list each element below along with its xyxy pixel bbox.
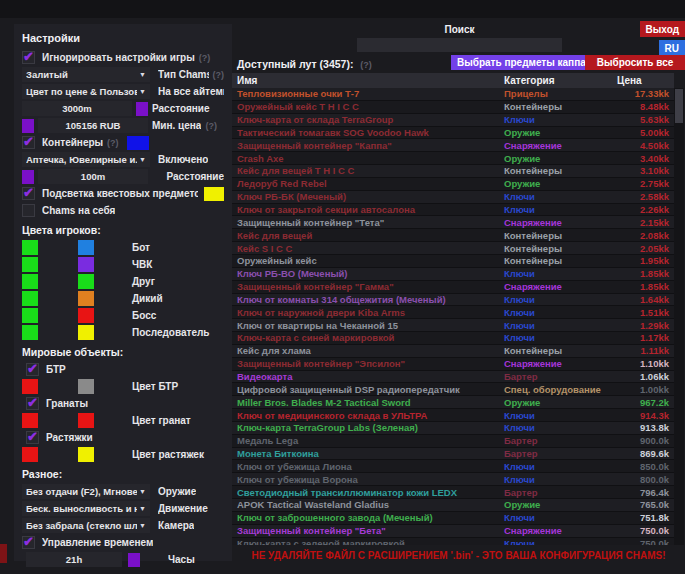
table-row[interactable]: Защищенный контейнер "Бета"Снаряжение750… xyxy=(232,525,674,538)
player-color-swatch-1[interactable] xyxy=(22,274,38,289)
player-color-swatch-1[interactable] xyxy=(22,257,38,272)
item-category: Ключи xyxy=(499,204,612,215)
player-color-swatch-1[interactable] xyxy=(22,240,38,255)
table-row[interactable]: Ключ-карта с зеленой маркировкойКлючи750… xyxy=(232,538,674,545)
table-row[interactable]: Ключ от убежища ВоронаКлючи800.0k xyxy=(232,473,674,486)
table-row[interactable]: Кейс для хламаКонтейнеры1.11kk xyxy=(232,345,674,358)
table-row[interactable]: APOK Tactical Wasteland GladiusОружие765… xyxy=(232,499,674,512)
player-color-swatch-2[interactable] xyxy=(78,240,94,255)
select-kappa-items-button[interactable]: Выбрать предметы каппа xyxy=(451,55,592,70)
chams-type-dropdown[interactable]: Залитый ▼ xyxy=(22,67,150,82)
item-category: Ключи xyxy=(499,114,612,125)
player-color-swatch-1[interactable] xyxy=(22,291,38,306)
btr-checkbox[interactable] xyxy=(26,363,39,376)
table-row[interactable]: Кейс для вещейКонтейнеры2.08kk xyxy=(232,229,674,242)
quest-highlight-color-swatch[interactable] xyxy=(204,187,224,201)
help-icon[interactable]: (?) xyxy=(205,121,217,131)
tripwires-checkbox[interactable] xyxy=(26,431,39,444)
table-row[interactable]: Оружейный кейсКонтейнеры1.95kk xyxy=(232,255,674,268)
item-category: Снаряжение xyxy=(499,140,612,151)
table-row[interactable]: Защищенный контейнер "Гамма"Снаряжение1.… xyxy=(232,281,674,294)
table-row[interactable]: Ключ от закрытой секции автосалонаКлючи2… xyxy=(232,204,674,217)
player-color-swatch-2[interactable] xyxy=(78,274,94,289)
grenade-color-swatch-1[interactable] xyxy=(22,413,38,428)
distance-input[interactable]: 3000m xyxy=(22,101,132,116)
search-input[interactable] xyxy=(357,38,562,52)
table-row[interactable]: Защищенный контейнер "Тета"Снаряжение2.1… xyxy=(232,216,674,229)
time-control-checkbox[interactable] xyxy=(22,536,35,549)
help-icon[interactable]: (?) xyxy=(107,138,119,148)
table-row[interactable]: Ключ от комнаты 314 общежития (Меченый)К… xyxy=(232,294,674,307)
camera-dropdown[interactable]: Без забрала (стекло шлема) ▼ xyxy=(22,518,150,533)
hours-color-swatch[interactable] xyxy=(128,553,140,567)
tripwire-color-swatch-1[interactable] xyxy=(22,447,38,462)
table-scrollbar[interactable] xyxy=(674,88,684,545)
table-row[interactable]: Защищенный контейнер "Эпсилон"Снаряжение… xyxy=(232,358,674,371)
table-row[interactable]: Ключ РБ-ВО (Меченый)Ключи1.85kk xyxy=(232,268,674,281)
player-color-row: Бот xyxy=(22,240,224,255)
table-row[interactable]: Ключ от заброшенного завода (Меченый)Клю… xyxy=(232,512,674,525)
table-row[interactable]: Цифровой защищенный DSP радиопередатчикС… xyxy=(232,383,674,396)
table-row[interactable]: Медаль LegaБартер900.0k xyxy=(232,435,674,448)
player-color-swatch-2[interactable] xyxy=(78,308,94,323)
containers-checkbox[interactable] xyxy=(22,136,35,149)
item-price: 1.10kk xyxy=(612,358,674,369)
table-row[interactable]: Кейс для вещей T H I C CКонтейнеры3.10kk xyxy=(232,165,674,178)
table-row[interactable]: Тепловизионные очки Т-7Прицелы17.33kk xyxy=(232,88,674,101)
hours-input[interactable]: 21h xyxy=(26,552,122,567)
quest-highlight-checkbox[interactable] xyxy=(22,187,35,200)
table-row[interactable]: Светодиодный трансиллюминатор кожи LEDXБ… xyxy=(232,486,674,499)
help-icon[interactable]: (?) xyxy=(213,70,225,80)
tripwire-color-swatch-2[interactable] xyxy=(78,447,94,462)
player-color-swatch-2[interactable] xyxy=(78,291,94,306)
container-filter-dropdown[interactable]: Аптечка, Ювелирные и... ▼ xyxy=(22,152,150,167)
min-price-input[interactable]: 105156 RUB xyxy=(38,118,148,133)
grenade-color-swatch-2[interactable] xyxy=(78,413,94,428)
table-row[interactable]: Ключ от убежища ЛионаКлючи850.0k xyxy=(232,460,674,473)
container-distance-color-swatch[interactable] xyxy=(22,170,34,184)
scrollbar-thumb[interactable] xyxy=(675,89,683,123)
table-row[interactable]: Ледоруб Red RebelОружие2.75kk xyxy=(232,178,674,191)
player-color-swatch-1[interactable] xyxy=(22,325,38,340)
table-row[interactable]: Тактический томагавк SOG Voodoo HawkОруж… xyxy=(232,127,674,140)
column-header-name[interactable]: Имя xyxy=(232,75,499,86)
player-color-swatch-2[interactable] xyxy=(78,257,94,272)
table-row[interactable]: Ключ от наружной двери Kiba ArmsКлючи1.5… xyxy=(232,306,674,319)
table-row[interactable]: Miller Bros. Blades M-2 Tactical SwordОр… xyxy=(232,396,674,409)
table-row[interactable]: Монета БиткоинаБартер869.6k xyxy=(232,448,674,461)
table-row[interactable]: Crash AxeОружие3.40kk xyxy=(232,152,674,165)
column-header-category[interactable]: Категория xyxy=(499,75,612,86)
table-row[interactable]: Ключ РБ-БК (Меченый)Ключи2.58kk xyxy=(232,191,674,204)
color-mode-dropdown[interactable]: Цвет по цене & Пользователь ▼ xyxy=(22,84,150,99)
min-price-color-swatch[interactable] xyxy=(22,119,34,133)
ignore-game-settings-checkbox[interactable] xyxy=(22,51,35,64)
table-row[interactable]: Ключ от медицинского склада в УЛЬТРАКлюч… xyxy=(232,409,674,422)
item-category: Снаряжение xyxy=(499,217,612,228)
language-button[interactable]: RU xyxy=(659,40,685,56)
help-icon[interactable]: (?) xyxy=(199,53,211,63)
btr-color-swatch-2[interactable] xyxy=(78,379,94,394)
exit-button[interactable]: Выход xyxy=(640,21,685,37)
player-color-swatch-2[interactable] xyxy=(78,325,94,340)
containers-color-swatch[interactable] xyxy=(127,136,149,150)
container-distance-input[interactable]: 100m xyxy=(38,169,148,184)
btr-color-swatch-1[interactable] xyxy=(22,379,38,394)
player-color-swatch-1[interactable] xyxy=(22,308,38,323)
table-row[interactable]: Ключ от квартиры на Чеканной 15Ключи1.29… xyxy=(232,319,674,332)
table-row[interactable]: Ключ-карта от склада TerraGroupКлючи5.63… xyxy=(232,114,674,127)
help-icon[interactable]: (?) xyxy=(360,60,372,70)
chams-self-checkbox[interactable] xyxy=(22,204,35,217)
table-row[interactable]: Ключ-карта с синей маркировкойКлючи1.17k… xyxy=(232,332,674,345)
movement-dropdown[interactable]: Беск. выносливость и нет уста ▼ xyxy=(22,501,150,516)
distance-color-swatch[interactable] xyxy=(136,102,148,116)
table-row[interactable]: ВидеокартаБартер1.06kk xyxy=(232,371,674,384)
weapon-dropdown[interactable]: Без отдачи (F2), Мгновенное п ▼ xyxy=(22,484,150,499)
table-row[interactable]: Ключ-карта TerraGroup Labs (Зеленая)Ключ… xyxy=(232,422,674,435)
column-header-price[interactable]: Цена xyxy=(612,75,674,86)
grenades-checkbox[interactable] xyxy=(26,397,39,410)
table-row[interactable]: Оружейный кейс T H I C CКонтейнеры8.48kk xyxy=(232,101,674,114)
table-row[interactable]: Защищенный контейнер "Каппа"Снаряжение4.… xyxy=(232,139,674,152)
drop-all-button[interactable]: Выбросить все xyxy=(585,55,685,70)
item-price: 5.63kk xyxy=(612,114,674,125)
table-row[interactable]: Кейс S I C CКонтейнеры2.05kk xyxy=(232,242,674,255)
